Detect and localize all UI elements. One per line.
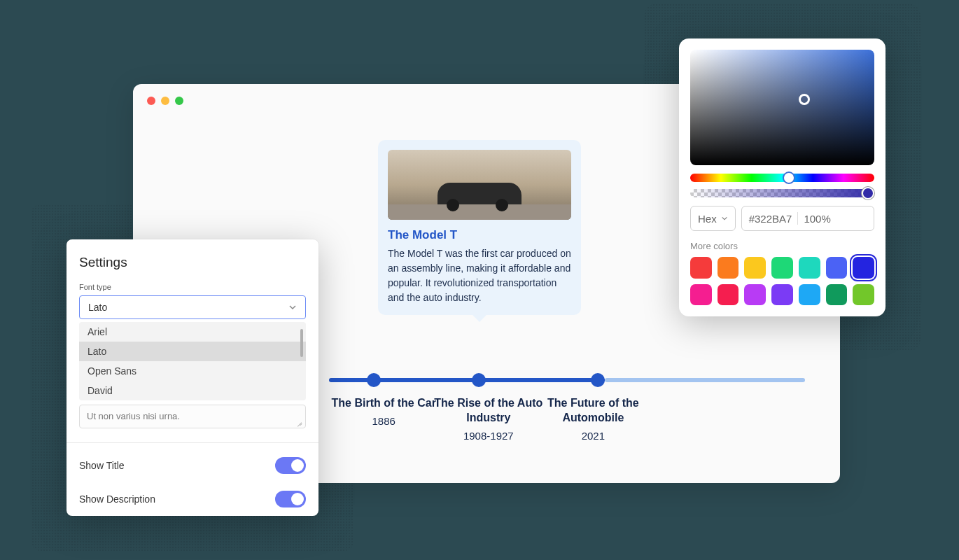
color-swatch[interactable] (718, 257, 739, 279)
timeline-item-year: 2021 (522, 430, 664, 442)
timeline-card: The Model T The Model T was the first ca… (378, 140, 581, 315)
show-title-toggle[interactable] (275, 457, 306, 474)
color-swatch[interactable] (826, 284, 848, 306)
font-option[interactable]: Lato (79, 342, 306, 361)
window-minimize[interactable] (161, 97, 169, 105)
timeline: The Birth of the Car 1886 The Rise of th… (329, 378, 805, 442)
font-select[interactable]: Lato (79, 295, 306, 319)
color-cursor-icon[interactable] (799, 94, 810, 105)
font-option[interactable]: Open Sans (79, 361, 306, 381)
timeline-item-title: The Future of the Automobile (522, 396, 664, 426)
color-swatch[interactable] (853, 284, 874, 306)
color-swatch[interactable] (826, 257, 848, 279)
alpha-thumb[interactable] (862, 187, 874, 200)
window-zoom[interactable] (175, 97, 183, 105)
hue-slider[interactable] (690, 174, 874, 182)
color-swatch[interactable] (799, 284, 820, 306)
settings-title: Settings (66, 255, 318, 270)
settings-panel: Settings Font type Lato Ariel Lato Open … (66, 239, 318, 516)
timeline-item[interactable]: The Future of the Automobile 2021 (514, 396, 671, 442)
show-description-label: Show Description (79, 493, 155, 505)
hex-value: #322BA7 (749, 213, 792, 225)
font-type-label: Font type (66, 283, 318, 291)
color-swatch[interactable] (771, 284, 793, 306)
textarea-text: Ut non varius nisi urna. (87, 411, 180, 421)
hue-thumb[interactable] (783, 172, 795, 184)
font-option[interactable]: Ariel (79, 322, 306, 342)
chevron-down-icon (721, 215, 728, 222)
card-image (388, 150, 571, 220)
color-swatch[interactable] (744, 257, 766, 279)
font-option[interactable]: David (79, 381, 306, 400)
color-canvas[interactable] (690, 50, 874, 165)
resize-handle-icon[interactable] (297, 419, 302, 425)
color-swatch[interactable] (853, 257, 874, 279)
color-swatch[interactable] (744, 284, 766, 306)
swatch-grid (690, 257, 874, 305)
font-select-value: Lato (88, 302, 107, 313)
alpha-slider[interactable] (690, 189, 874, 197)
hex-input[interactable]: #322BA7 100% (741, 206, 874, 231)
timeline-dot-1[interactable] (472, 373, 486, 387)
color-picker-panel: Hex #322BA7 100% More colors (679, 38, 886, 316)
card-title: The Model T (388, 228, 571, 242)
alpha-value: 100% (804, 213, 830, 225)
dropdown-scrollbar[interactable] (300, 329, 303, 357)
timeline-dot-0[interactable] (367, 373, 381, 387)
timeline-track[interactable] (329, 378, 805, 382)
color-swatch[interactable] (690, 257, 712, 279)
color-swatch[interactable] (771, 257, 793, 279)
textarea-input[interactable]: Ut non varius nisi urna. (79, 405, 306, 428)
color-format-select[interactable]: Hex (690, 206, 736, 231)
divider (66, 442, 318, 443)
timeline-dot-2[interactable] (591, 373, 605, 387)
card-description: The Model T was the first car produced o… (388, 246, 571, 305)
color-swatch[interactable] (799, 257, 820, 279)
color-swatch[interactable] (690, 284, 712, 306)
color-format-value: Hex (698, 213, 717, 225)
color-swatch[interactable] (718, 284, 739, 306)
show-description-toggle[interactable] (275, 491, 306, 507)
show-title-label: Show Title (79, 460, 125, 471)
font-dropdown: Ariel Lato Open Sans David (79, 322, 306, 400)
more-colors-label: More colors (690, 241, 874, 251)
window-close[interactable] (147, 97, 155, 105)
chevron-down-icon (288, 303, 297, 312)
